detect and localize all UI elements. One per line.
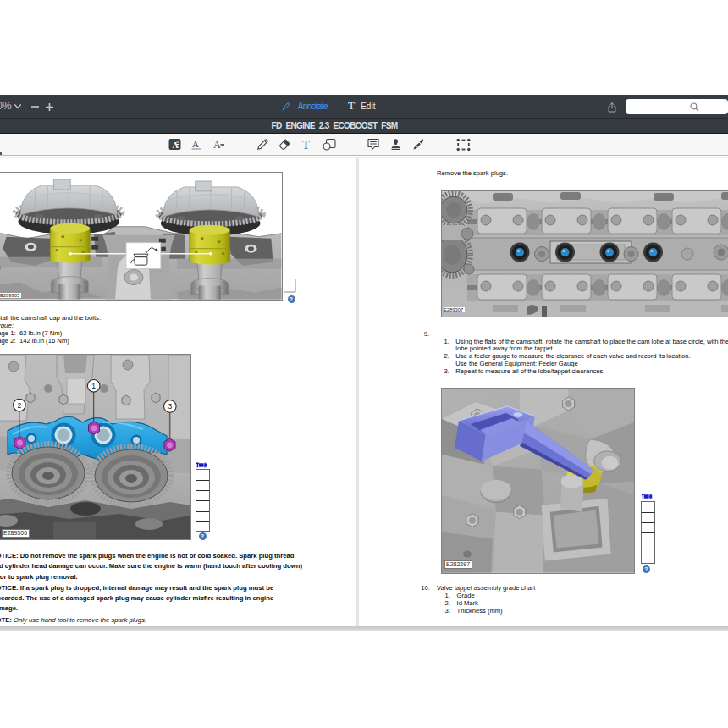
svg-text:3: 3: [168, 402, 172, 411]
svg-text:1: 1: [91, 381, 96, 389]
svg-text:A: A: [192, 139, 199, 149]
svg-text:T: T: [302, 139, 310, 152]
svg-text:2: 2: [18, 400, 22, 409]
svg-text:A: A: [213, 139, 221, 151]
